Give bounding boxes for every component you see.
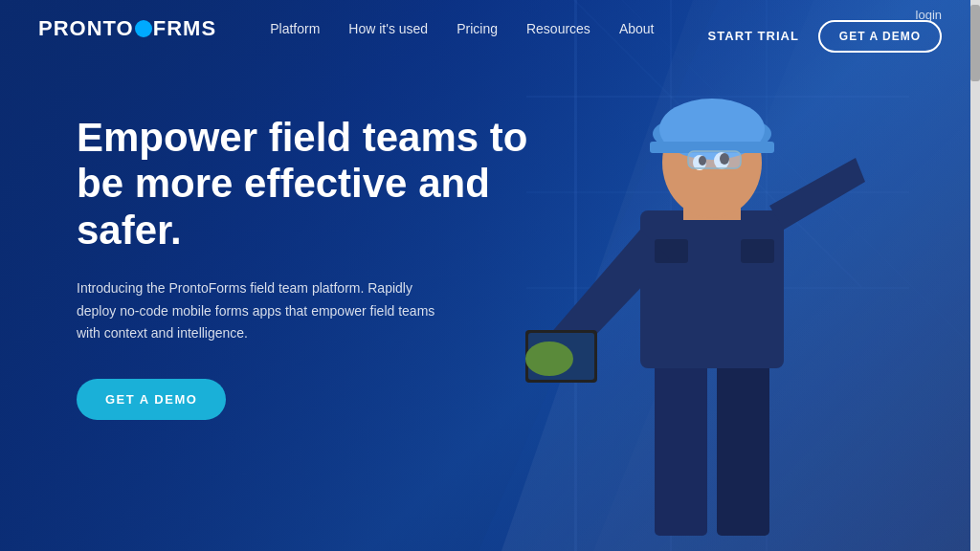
svg-rect-11 bbox=[717, 354, 769, 536]
hero-section: login PRONTOFRMS Platform How it's used … bbox=[0, 0, 980, 551]
get-demo-hero-button[interactable]: GET A DEMO bbox=[77, 379, 226, 420]
logo[interactable]: PRONTOFRMS bbox=[38, 16, 216, 41]
svg-rect-27 bbox=[741, 239, 774, 263]
start-trial-button[interactable]: START TRIAL bbox=[708, 29, 799, 43]
nav-about[interactable]: About bbox=[619, 21, 655, 36]
svg-rect-22 bbox=[688, 151, 741, 168]
nav-how-its-used[interactable]: How it's used bbox=[348, 21, 428, 36]
worker-figure bbox=[501, 38, 903, 536]
get-demo-nav-button[interactable]: GET A DEMO bbox=[818, 20, 942, 53]
scrollbar-thumb[interactable] bbox=[970, 5, 980, 81]
hero-content: Empower field teams to be more effective… bbox=[77, 115, 536, 420]
nav-resources[interactable]: Resources bbox=[526, 21, 590, 36]
svg-rect-26 bbox=[655, 239, 688, 263]
logo-text: PRONTOFRMS bbox=[38, 16, 216, 41]
nav-platform[interactable]: Platform bbox=[270, 21, 320, 36]
nav-actions: START TRIAL GET A DEMO bbox=[708, 20, 942, 53]
logo-circle-icon bbox=[135, 20, 152, 37]
hero-subtitle: Introducing the ProntoForms field team p… bbox=[77, 277, 440, 345]
navbar: login PRONTOFRMS Platform How it's used … bbox=[0, 0, 980, 57]
login-link[interactable]: login bbox=[916, 8, 942, 22]
svg-rect-10 bbox=[655, 354, 707, 536]
nav-links: Platform How it's used Pricing Resources… bbox=[270, 20, 654, 37]
hero-headline: Empower field teams to be more effective… bbox=[77, 115, 536, 253]
svg-rect-12 bbox=[640, 210, 784, 368]
nav-pricing[interactable]: Pricing bbox=[457, 21, 498, 36]
scrollbar[interactable] bbox=[970, 0, 980, 551]
